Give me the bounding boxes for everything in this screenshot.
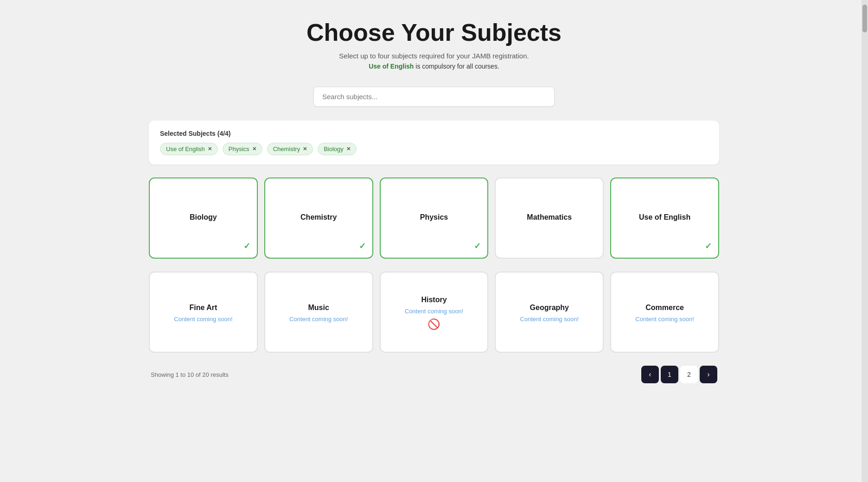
check-icon: ✓ xyxy=(359,241,366,251)
results-text: Showing 1 to 10 of 20 results xyxy=(151,371,229,378)
tag-use-of-english[interactable]: Use of English✕ xyxy=(160,143,218,155)
coming-soon-text: Content coming soon! xyxy=(405,308,463,315)
search-wrapper xyxy=(313,87,555,107)
english-note-suffix: is compulsory for all courses. xyxy=(414,63,499,70)
subject-card-commerce: CommerceContent coming soon! xyxy=(610,272,719,353)
english-note-bold: Use of English xyxy=(369,63,414,70)
check-icon: ✓ xyxy=(474,241,481,251)
subject-name: Use of English xyxy=(639,213,690,222)
tag-label: Physics xyxy=(229,146,249,152)
page-1-button[interactable]: 1 xyxy=(661,366,678,383)
tag-remove-icon[interactable]: ✕ xyxy=(346,146,351,152)
subject-name: Geography xyxy=(530,304,569,312)
subject-card-mathematics[interactable]: Mathematics xyxy=(495,178,604,259)
subject-card-geography: GeographyContent coming soon! xyxy=(495,272,604,353)
coming-soon-text: Content coming soon! xyxy=(520,316,579,323)
coming-soon-text: Content coming soon! xyxy=(174,316,232,323)
subject-name: Music xyxy=(308,304,329,312)
subject-name: Mathematics xyxy=(527,213,572,222)
page-header: Choose Your Subjects Select up to four s… xyxy=(149,19,719,70)
page-subtitle: Select up to four subjects required for … xyxy=(149,52,719,60)
next-page-button[interactable]: › xyxy=(700,366,717,383)
coming-soon-text: Content coming soon! xyxy=(289,316,348,323)
page-title: Choose Your Subjects xyxy=(149,19,719,46)
subject-card-biology[interactable]: Biology✓ xyxy=(149,178,258,259)
check-icon: ✓ xyxy=(243,241,250,251)
tag-physics[interactable]: Physics✕ xyxy=(223,143,262,155)
check-icon: ✓ xyxy=(705,241,712,251)
subject-card-use-of-english[interactable]: Use of English✓ xyxy=(610,178,719,259)
tag-label: Use of English xyxy=(166,146,205,152)
prev-page-button[interactable]: ‹ xyxy=(641,366,659,383)
search-input[interactable] xyxy=(313,87,555,107)
subject-card-physics[interactable]: Physics✓ xyxy=(380,178,489,259)
subjects-grid-row2: Fine ArtContent coming soon!MusicContent… xyxy=(149,272,719,353)
tag-remove-icon[interactable]: ✕ xyxy=(252,146,256,152)
tags-row: Use of English✕Physics✕Chemistry✕Biology… xyxy=(160,143,708,155)
tag-remove-icon[interactable]: ✕ xyxy=(303,146,307,152)
subject-name: Biology xyxy=(190,213,217,222)
pagination-row: Showing 1 to 10 of 20 results ‹ 1 2 › xyxy=(149,366,719,383)
subject-card-music: MusicContent coming soon! xyxy=(264,272,373,353)
subject-name: Physics xyxy=(420,213,448,222)
selected-subjects-label: Selected Subjects (4/4) xyxy=(160,130,708,137)
subject-card-history: HistoryContent coming soon!🚫 xyxy=(380,272,489,353)
page-2-button[interactable]: 2 xyxy=(680,366,698,383)
tag-remove-icon[interactable]: ✕ xyxy=(208,146,212,152)
blocked-icon: 🚫 xyxy=(428,318,440,330)
page-note: Use of English is compulsory for all cou… xyxy=(149,63,719,70)
subject-name: Chemistry xyxy=(300,213,337,222)
tag-label: Biology xyxy=(324,146,344,152)
subject-name: History xyxy=(421,296,447,304)
selected-subjects-section: Selected Subjects (4/4) Use of English✕P… xyxy=(149,120,719,165)
subject-name: Fine Art xyxy=(189,304,217,312)
pagination-controls: ‹ 1 2 › xyxy=(641,366,717,383)
tag-label: Chemistry xyxy=(273,146,300,152)
tag-biology[interactable]: Biology✕ xyxy=(318,143,357,155)
tag-chemistry[interactable]: Chemistry✕ xyxy=(267,143,313,155)
subject-card-fine-art: Fine ArtContent coming soon! xyxy=(149,272,258,353)
subjects-grid-row1: Biology✓Chemistry✓Physics✓MathematicsUse… xyxy=(149,178,719,259)
subject-card-chemistry[interactable]: Chemistry✓ xyxy=(264,178,373,259)
subject-name: Commerce xyxy=(645,304,684,312)
coming-soon-text: Content coming soon! xyxy=(635,316,694,323)
